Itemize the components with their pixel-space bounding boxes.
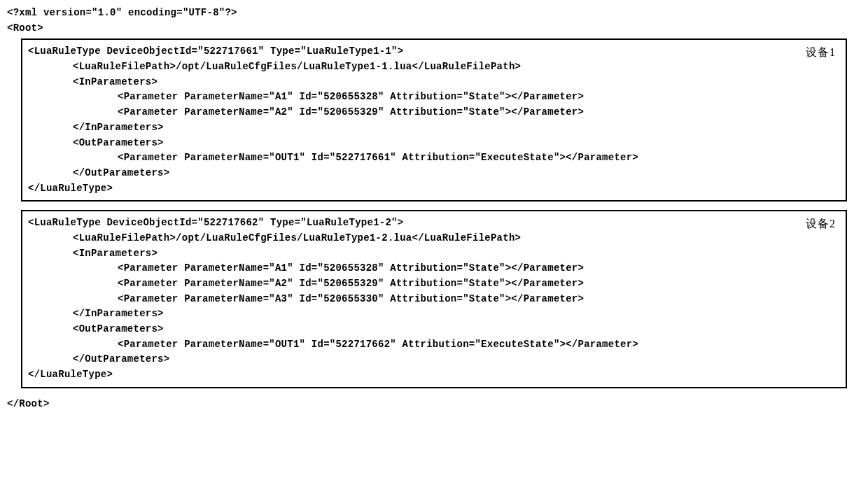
device-block-2: 设备2 <LuaRuleType DeviceObjectId="5227176…: [21, 210, 847, 388]
filepath-value: /opt/LuaRuleCfgFiles/LuaRuleType1-1.lua: [176, 61, 412, 72]
device-block-1: 设备1 <LuaRuleType DeviceObjectId="5227176…: [21, 38, 847, 202]
luaruletype-open: <LuaRuleType DeviceObjectId="522717661" …: [28, 44, 840, 59]
luarulefilepath: <LuaRuleFilePath>/opt/LuaRuleCfgFiles/Lu…: [28, 231, 840, 246]
parameter-line: <Parameter ParameterName="A2" Id="520655…: [28, 105, 840, 120]
parameter-line: <Parameter ParameterName="A3" Id="520655…: [28, 292, 840, 307]
root-close-tag: </Root>: [7, 397, 861, 412]
filepath-close: </LuaRuleFilePath>: [412, 61, 521, 72]
inparameters-open: <InParameters>: [28, 75, 840, 90]
outparameters-open: <OutParameters>: [28, 136, 840, 151]
outparameters-open: <OutParameters>: [28, 322, 840, 337]
inparameters-open: <InParameters>: [28, 246, 840, 262]
luarulefilepath: <LuaRuleFilePath>/opt/LuaRuleCfgFiles/Lu…: [28, 59, 840, 75]
luaruletype-close: </LuaRuleType>: [28, 181, 840, 197]
filepath-open: <LuaRuleFilePath>: [73, 61, 176, 72]
parameter-line: <Parameter ParameterName="A2" Id="520655…: [28, 276, 840, 292]
parameter-line: <Parameter ParameterName="OUT1" Id="5227…: [28, 150, 840, 166]
luaruletype-close: </LuaRuleType>: [28, 367, 840, 383]
xml-declaration: <?xml version="1.0" encoding="UTF-8"?>: [7, 6, 861, 21]
outparameters-close: </OutParameters>: [28, 166, 840, 181]
inparameters-close: </InParameters>: [28, 306, 840, 322]
parameter-line: <Parameter ParameterName="OUT1" Id="5227…: [28, 337, 840, 353]
luaruletype-open: <LuaRuleType DeviceObjectId="522717662" …: [28, 216, 840, 231]
filepath-value: /opt/LuaRuleCfgFiles/LuaRuleType1-2.lua: [176, 232, 412, 244]
filepath-open: <LuaRuleFilePath>: [73, 232, 176, 244]
parameter-line: <Parameter ParameterName="A1" Id="520655…: [28, 90, 840, 105]
parameter-line: <Parameter ParameterName="A1" Id="520655…: [28, 261, 840, 276]
root-open-tag: <Root>: [7, 21, 861, 36]
inparameters-close: </InParameters>: [28, 120, 840, 136]
device-label: 设备1: [806, 44, 836, 62]
outparameters-close: </OutParameters>: [28, 352, 840, 367]
device-label: 设备2: [806, 216, 836, 233]
filepath-close: </LuaRuleFilePath>: [412, 232, 521, 244]
